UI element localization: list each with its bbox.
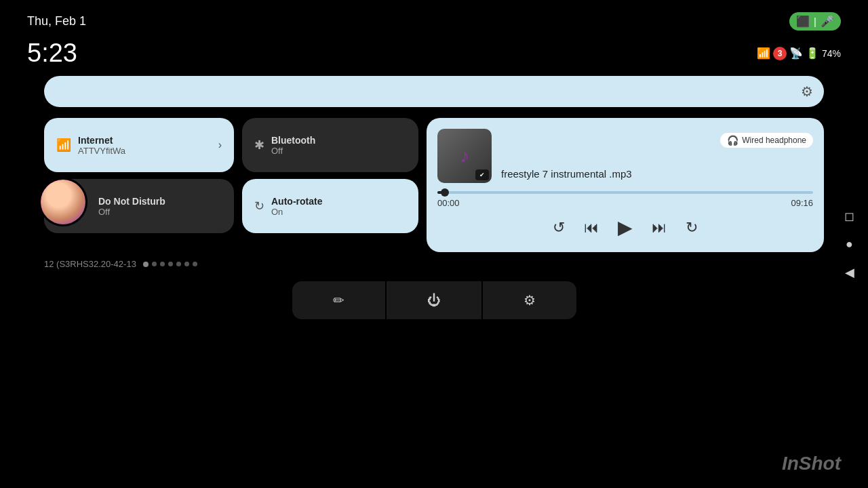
time-total: 09:16 [791,198,813,208]
version-row: 12 (S3RHS32.20-42-13 [44,259,824,269]
media-title: freestyle 7 instrumental .mp3 [501,168,813,180]
headphone-icon: 🎧 [727,135,738,146]
progress-bar-bg[interactable] [437,191,813,194]
media-time-row: 00:00 09:16 [437,198,813,208]
media-thumbnail: ♪ ✔ [437,129,492,183]
internet-tile[interactable]: 📶 Internet ATTVYfitWa › [44,118,234,172]
internet-label: Internet [78,135,125,146]
settings-icon: ⚙ [524,292,536,308]
media-controls: ↺ ⏮ ▶ ⏭ ↻ [437,214,813,241]
notification-badge: 3 [773,47,787,60]
inshot-watermark: InShot [782,453,841,474]
time-display: 5:23 [27,39,77,68]
dnd-sublabel: Off [98,207,222,217]
bluetooth-label: Bluetooth [271,135,315,146]
power-button[interactable]: ⏻ [387,281,481,319]
tiles-container: 📶 Internet ATTVYfitWa › Do Not Disturb O… [44,118,824,252]
bluetooth-tile[interactable]: ✱ Bluetooth Off [242,118,418,172]
page-dot-1 [143,262,149,267]
wifi-icon: 📶 [56,138,71,152]
edit-button[interactable]: ✏ [292,281,385,319]
rewind-10-button[interactable]: ↺ [550,216,568,239]
wifi-status-icon: 📡 [789,47,803,60]
middle-tiles: ✱ Bluetooth Off ↻ Auto-rotate On [242,118,418,233]
page-dots [143,262,197,267]
internet-sublabel: ATTVYfitWa [78,146,125,156]
screen-mic-badge[interactable]: ⬛ | 🎤 [789,12,841,30]
media-card: ♪ ✔ 🎧 Wired headphone freestyle 7 instru… [427,118,824,252]
circle-icon: ● [846,237,853,251]
search-bar-container: ⚙ [44,76,824,107]
left-tiles: 📶 Internet ATTVYfitWa › Do Not Disturb O… [44,118,234,233]
avatar[interactable] [39,178,87,226]
bottom-bar: ✏ ⏻ ⚙ [44,281,824,319]
time-current: 00:00 [437,198,460,208]
signal-icon: 📶 [757,47,770,60]
back-arrow-icon[interactable]: ◀ [845,265,854,280]
prev-track-button[interactable]: ⏮ [581,216,601,239]
headphone-badge: 🎧 Wired headphone [720,133,813,148]
media-thumb-badge: ✔ [475,169,489,180]
page-dot-2 [152,262,157,266]
top-right-icons: ⬛ | 🎤 [789,12,841,30]
version-text: 12 (S3RHS32.20-42-13 [44,259,136,269]
screen-icon: ⬛ [796,15,810,28]
headphone-label: Wired headphone [742,136,806,145]
media-progress-area[interactable]: 00:00 09:16 [437,191,813,208]
battery-icon: 🔋 [806,47,819,60]
rotate-icon: ↻ [254,199,264,214]
settings-button[interactable]: ⚙ [483,281,576,319]
battery-percent: 74% [822,48,841,59]
top-bar: Thu, Feb 1 ⬛ | 🎤 [0,0,868,36]
date-display: Thu, Feb 1 [27,14,86,28]
time-row: 5:23 📶 3 📡 🔋 74% [0,36,868,76]
page-dot-5 [176,262,181,266]
page-dot-3 [160,262,165,266]
media-info: 🎧 Wired headphone freestyle 7 instrument… [501,133,813,180]
mic-icon: 🎤 [821,15,834,28]
internet-arrow: › [218,139,222,151]
bluetooth-icon: ✱ [254,138,264,152]
auto-rotate-label: Auto-rotate [271,196,322,207]
edit-icon: ✏ [333,292,344,308]
play-pause-button[interactable]: ▶ [615,214,635,241]
page-dot-6 [184,262,189,266]
media-top: ♪ ✔ 🎧 Wired headphone freestyle 7 instru… [437,129,813,183]
power-icon: ⏻ [427,293,441,308]
auto-rotate-tile[interactable]: ↻ Auto-rotate On [242,179,418,233]
music-note-icon: ♪ [460,145,469,167]
auto-rotate-sublabel: On [271,207,322,217]
square-icon: ◻ [844,209,854,224]
search-bar[interactable]: ⚙ [44,76,824,107]
settings-gear-icon[interactable]: ⚙ [801,83,813,100]
media-badge-icon: ✔ [479,171,485,178]
avatar-face [41,180,85,224]
progress-dot [441,188,449,197]
status-icons: 📶 3 📡 🔋 74% [757,47,841,60]
forward-10-button[interactable]: ↻ [683,216,701,239]
dnd-label: Do Not Disturb [98,196,222,207]
page-dot-7 [193,262,197,266]
page-dot-4 [168,262,173,266]
bluetooth-sublabel: Off [271,146,315,156]
right-side-nav: ◻ ● ◀ [844,209,854,280]
next-track-button[interactable]: ⏭ [649,216,669,239]
